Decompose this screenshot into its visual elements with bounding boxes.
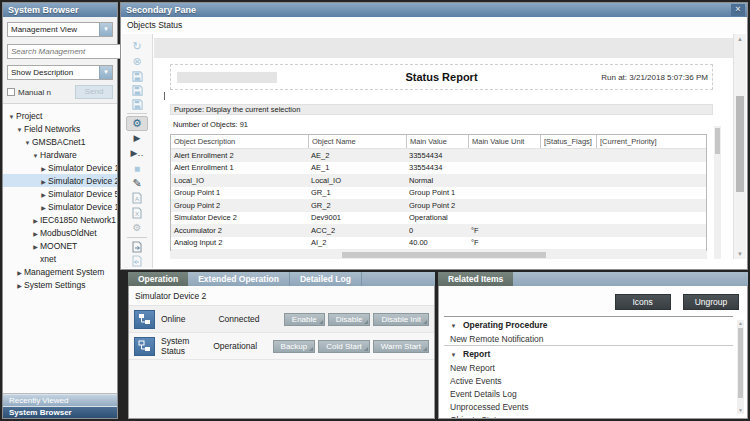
- enable-button[interactable]: Enable: [284, 313, 325, 326]
- table-row: Local_IOLocal_IONormal: [171, 174, 706, 187]
- tree-item-management-system[interactable]: Management System: [3, 265, 117, 278]
- export-document-icon[interactable]: [126, 240, 148, 254]
- tree-item-xnet[interactable]: xnet: [3, 252, 117, 265]
- tree-item-iec61850-network1[interactable]: IEC61850 Network1: [3, 213, 117, 226]
- system-browser-tab[interactable]: System Browser: [3, 406, 117, 418]
- tree-item-simulator-device-2[interactable]: Simulator Device 2: [3, 174, 117, 187]
- related-item-new-report[interactable]: New Report: [444, 361, 733, 374]
- scroll-up-icon[interactable]: ▲: [734, 34, 746, 44]
- edit-pencil-icon[interactable]: ✎: [126, 176, 148, 191]
- tree-item-hardware[interactable]: Hardware: [3, 148, 117, 161]
- run-icon[interactable]: ▶: [126, 131, 148, 146]
- group-operating-procedure[interactable]: Operating Procedure: [444, 317, 733, 332]
- table-scrollbar[interactable]: [714, 126, 721, 259]
- tree-item-simulator-device-50[interactable]: Simulator Device 50: [3, 187, 117, 200]
- chevron-collapsed-icon[interactable]: [39, 163, 48, 173]
- chevron-down-icon[interactable]: ▼: [99, 23, 112, 36]
- tab-detailed-log[interactable]: Detailed Log: [290, 272, 362, 286]
- chevron-collapsed-icon[interactable]: [31, 241, 40, 251]
- cell: [596, 174, 706, 187]
- export-pdf-icon[interactable]: A: [126, 191, 148, 205]
- related-items-scrollbar[interactable]: ▲ ▼: [737, 320, 744, 414]
- disable-init-button[interactable]: Disable Init: [373, 313, 429, 326]
- tree-item-system-settings[interactable]: System Settings: [3, 278, 117, 291]
- warm-start-button[interactable]: Warm Start: [373, 340, 429, 353]
- tree-item-field-networks[interactable]: Field Networks: [3, 122, 117, 135]
- chevron-collapsed-icon[interactable]: [31, 215, 40, 225]
- chevron-expanded-icon[interactable]: [450, 349, 457, 359]
- run-options-icon[interactable]: ▶‥: [126, 146, 148, 161]
- chevron-collapsed-icon[interactable]: [15, 267, 24, 277]
- scroll-down-icon[interactable]: ▼: [734, 249, 746, 259]
- report-purpose: Purpose: Display the current selection: [170, 104, 713, 115]
- related-item-objects-status[interactable]: Objects Status: [444, 413, 733, 419]
- cell: [596, 162, 706, 175]
- description-mode-dropdown[interactable]: Show Description ▼: [7, 65, 113, 80]
- report-vertical-scrollbar[interactable]: ▲ ▼: [733, 34, 746, 259]
- tab-extended-operation[interactable]: Extended Operation: [188, 272, 290, 286]
- settings-gear-icon[interactable]: ⚙: [126, 116, 148, 131]
- backup-button[interactable]: Backup: [273, 340, 316, 353]
- chevron-collapsed-icon[interactable]: [15, 280, 24, 290]
- tree-item-simulator-device-1[interactable]: Simulator Device 1: [3, 161, 117, 174]
- tree-item-gmsbacnet1[interactable]: GMSBACnet1: [3, 135, 117, 148]
- recently-viewed-tab[interactable]: Recently Viewed: [3, 394, 117, 406]
- tree-item-label: Management System: [24, 267, 104, 277]
- stop-icon[interactable]: ■: [126, 161, 148, 176]
- chevron-expanded-icon[interactable]: [31, 150, 40, 160]
- tree-item-project[interactable]: Project: [3, 109, 117, 122]
- save-icon[interactable]: [126, 69, 148, 83]
- chevron-expanded-icon[interactable]: [23, 137, 32, 147]
- chevron-collapsed-icon[interactable]: [39, 189, 48, 199]
- chevron-expanded-icon[interactable]: [7, 111, 16, 121]
- report-horizontal-scrollbar[interactable]: [170, 251, 707, 259]
- icons-button[interactable]: Icons: [615, 294, 671, 310]
- cell: [468, 174, 540, 187]
- cold-start-button[interactable]: Cold Start: [318, 340, 370, 353]
- save-all-icon[interactable]: [126, 97, 148, 111]
- ungroup-button[interactable]: Ungroup: [683, 294, 739, 310]
- export-excel-icon[interactable]: X: [126, 206, 148, 220]
- tab-related-items[interactable]: Related Items: [438, 272, 513, 286]
- group-label: Report: [463, 349, 490, 359]
- disable-button[interactable]: Disable: [328, 313, 371, 326]
- related-item-event-details-log[interactable]: Event Details Log: [444, 387, 733, 400]
- system-browser-panel: System Browser Management View ▼ ▼: [2, 2, 118, 419]
- scroll-down-icon[interactable]: ▼: [737, 407, 744, 414]
- cell: Operational: [406, 212, 468, 225]
- manual-navigation-checkbox[interactable]: [7, 88, 15, 96]
- chevron-down-icon[interactable]: ▼: [99, 66, 112, 79]
- cancel-icon[interactable]: ⊗: [126, 54, 148, 69]
- close-icon[interactable]: ×: [731, 4, 745, 16]
- tree-item-label: GMSBACnet1: [32, 137, 85, 147]
- related-item-unprocessed-events[interactable]: Unprocessed Events: [444, 400, 733, 413]
- scrollbar-thumb[interactable]: [715, 128, 720, 154]
- scroll-up-icon[interactable]: ▲: [737, 320, 744, 327]
- tree-item-modbusoldnet[interactable]: ModbusOldNet: [3, 226, 117, 239]
- operation-property-value: Connected: [218, 314, 283, 324]
- scrollbar-thumb[interactable]: [342, 252, 546, 258]
- search-input[interactable]: [8, 47, 122, 56]
- refresh-icon[interactable]: ↻: [126, 39, 148, 54]
- scrollbar-thumb[interactable]: [736, 96, 744, 192]
- objects-status-tab[interactable]: Objects Status: [121, 17, 747, 33]
- tab-operation[interactable]: Operation: [128, 272, 188, 286]
- tree-item-simulator-device-100[interactable]: Simulator Device 100: [3, 200, 117, 213]
- chevron-expanded-icon[interactable]: [450, 320, 457, 330]
- cell: GR_1: [308, 187, 406, 200]
- send-button[interactable]: Send: [75, 85, 113, 99]
- scrollbar-thumb[interactable]: [738, 328, 743, 398]
- chevron-collapsed-icon[interactable]: [31, 228, 40, 238]
- view-selector-dropdown[interactable]: Management View ▼: [7, 22, 113, 37]
- chevron-expanded-icon[interactable]: [15, 124, 24, 134]
- chevron-collapsed-icon[interactable]: [39, 176, 48, 186]
- tree-item-moonet[interactable]: MOONET: [3, 239, 117, 252]
- chevron-collapsed-icon[interactable]: [39, 202, 48, 212]
- related-item-new-remote-notification[interactable]: New Remote Notification: [444, 332, 733, 345]
- import-document-icon[interactable]: [126, 254, 148, 268]
- save-as-icon[interactable]: [126, 83, 148, 97]
- tree-item-label: IEC61850 Network1: [40, 215, 116, 225]
- related-item-active-events[interactable]: Active Events: [444, 374, 733, 387]
- manage-gears-icon[interactable]: ⚙: [126, 220, 148, 235]
- group-report[interactable]: Report: [444, 345, 733, 361]
